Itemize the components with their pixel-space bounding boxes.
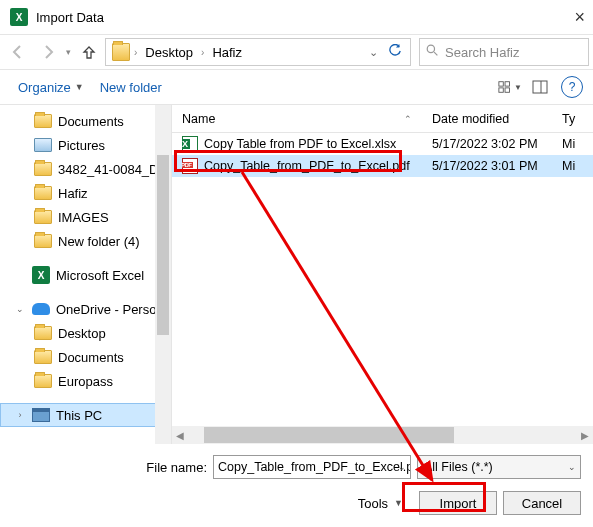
tree-item[interactable]: Hafiz: [0, 181, 171, 205]
tree-item[interactable]: Desktop: [0, 321, 171, 345]
file-rows: Copy Table from PDF to Excel.xlsx 5/17/2…: [172, 133, 593, 426]
tree-item[interactable]: Documents: [0, 109, 171, 133]
chevron-right-icon[interactable]: ›: [132, 47, 139, 58]
folder-icon: [112, 43, 130, 61]
tree-label: Pictures: [58, 138, 105, 153]
filename-value: Copy_Table_from_PDF_to_Excel.pd: [218, 460, 411, 474]
column-date[interactable]: Date modified: [432, 112, 562, 126]
refresh-icon[interactable]: [384, 44, 406, 61]
file-date: 5/17/2022 3:01 PM: [432, 159, 562, 173]
tools-button[interactable]: Tools: [358, 496, 388, 511]
view-options-button[interactable]: ▼: [497, 76, 523, 98]
search-icon: [426, 44, 439, 60]
tree-item-thispc[interactable]: ›This PC: [0, 403, 171, 427]
filetype-dropdown[interactable]: All Files (*.*) ⌄: [417, 455, 581, 479]
search-input[interactable]: Search Hafiz: [419, 38, 589, 66]
svg-rect-4: [499, 88, 503, 92]
search-placeholder: Search Hafiz: [445, 45, 519, 60]
dialog-footer: File name: Copy_Table_from_PDF_to_Excel.…: [0, 444, 593, 518]
scroll-right-icon[interactable]: ▶: [577, 430, 593, 441]
collapse-icon[interactable]: ⌄: [14, 304, 26, 314]
chevron-down-icon: ▼: [75, 82, 84, 92]
title-bar: Import Data ×: [0, 0, 593, 34]
tree-label: Documents: [58, 114, 124, 129]
tree-label: Microsoft Excel: [56, 268, 144, 283]
chevron-down-icon[interactable]: ▼: [394, 498, 403, 508]
tree-label: Desktop: [58, 326, 106, 341]
folder-icon: [34, 374, 52, 388]
expand-icon[interactable]: ›: [14, 410, 26, 420]
dialog-title: Import Data: [36, 10, 547, 25]
sidebar-scrollbar[interactable]: [155, 105, 171, 444]
app-icon: [10, 8, 28, 26]
tree-label: OneDrive - Person: [56, 302, 164, 317]
back-button[interactable]: [4, 38, 32, 66]
file-type: Mi: [562, 137, 593, 151]
cancel-button[interactable]: Cancel: [503, 491, 581, 515]
filetype-value: All Files (*.*): [424, 460, 493, 474]
tree-item[interactable]: Europass: [0, 369, 171, 393]
file-list-pane: Name⌃ Date modified Ty Copy Table from P…: [172, 105, 593, 444]
tree-label: Europass: [58, 374, 113, 389]
tree-item[interactable]: 3482_41-0084_DI: [0, 157, 171, 181]
chevron-down-icon: ▼: [514, 83, 522, 92]
chevron-right-icon[interactable]: ›: [199, 47, 206, 58]
filename-label: File name:: [146, 460, 207, 475]
folder-icon: [34, 114, 52, 128]
tree-label: This PC: [56, 408, 102, 423]
chevron-down-icon[interactable]: ⌄: [398, 462, 406, 472]
tree-label: Hafiz: [58, 186, 88, 201]
horizontal-scrollbar[interactable]: ◀ ▶: [172, 426, 593, 444]
pictures-icon: [34, 138, 52, 152]
up-button[interactable]: [75, 38, 103, 66]
file-type: Mi: [562, 159, 593, 173]
onedrive-icon: [32, 303, 50, 315]
file-date: 5/17/2022 3:02 PM: [432, 137, 562, 151]
folder-tree: Documents Pictures 3482_41-0084_DI Hafiz…: [0, 105, 171, 431]
tree-item-onedrive[interactable]: ⌄OneDrive - Person: [0, 297, 171, 321]
help-button[interactable]: ?: [561, 76, 583, 98]
scrollbar-thumb[interactable]: [157, 155, 169, 335]
xlsx-icon: [182, 136, 198, 152]
tree-label: New folder (4): [58, 234, 140, 249]
pdf-icon: [182, 158, 198, 174]
recent-dropdown-icon[interactable]: ▾: [64, 47, 73, 57]
folder-icon: [34, 350, 52, 364]
new-folder-button[interactable]: New folder: [92, 80, 170, 95]
chevron-down-icon[interactable]: ⌄: [568, 462, 576, 472]
forward-button[interactable]: [34, 38, 62, 66]
folder-icon: [34, 326, 52, 340]
svg-line-1: [434, 52, 437, 55]
navigation-pane: Documents Pictures 3482_41-0084_DI Hafiz…: [0, 105, 172, 444]
preview-pane-button[interactable]: [527, 76, 553, 98]
organize-button[interactable]: Organize ▼: [10, 80, 92, 95]
tree-item[interactable]: IMAGES: [0, 205, 171, 229]
file-row[interactable]: Copy_Table_from_PDF_to_Excel.pdf 5/17/20…: [172, 155, 593, 177]
tree-item[interactable]: Documents: [0, 345, 171, 369]
tree-label: Documents: [58, 350, 124, 365]
file-name: Copy Table from PDF to Excel.xlsx: [204, 137, 396, 151]
tree-item[interactable]: Pictures: [0, 133, 171, 157]
filename-input[interactable]: Copy_Table_from_PDF_to_Excel.pd ⌄: [213, 455, 411, 479]
close-icon[interactable]: ×: [547, 7, 587, 28]
scrollbar-track[interactable]: [204, 427, 561, 443]
column-type[interactable]: Ty: [562, 112, 593, 126]
import-button[interactable]: Import: [419, 491, 497, 515]
column-name[interactable]: Name⌃: [182, 112, 432, 126]
address-bar[interactable]: › Desktop › Hafiz ⌄: [105, 38, 411, 66]
breadcrumb-desktop[interactable]: Desktop: [139, 39, 199, 65]
scroll-left-icon[interactable]: ◀: [172, 430, 188, 441]
column-label: Name: [182, 112, 215, 126]
dialog-body: Documents Pictures 3482_41-0084_DI Hafiz…: [0, 104, 593, 444]
tree-item-excel[interactable]: Microsoft Excel: [0, 263, 171, 287]
svg-rect-2: [499, 82, 503, 86]
tree-label: IMAGES: [58, 210, 109, 225]
toolbar: Organize ▼ New folder ▼ ?: [0, 70, 593, 104]
breadcrumb-hafiz[interactable]: Hafiz: [206, 39, 248, 65]
scrollbar-thumb[interactable]: [204, 427, 454, 443]
file-row[interactable]: Copy Table from PDF to Excel.xlsx 5/17/2…: [172, 133, 593, 155]
tree-item[interactable]: New folder (4): [0, 229, 171, 253]
folder-icon: [34, 186, 52, 200]
excel-icon: [32, 266, 50, 284]
address-dropdown-icon[interactable]: ⌄: [363, 46, 384, 59]
